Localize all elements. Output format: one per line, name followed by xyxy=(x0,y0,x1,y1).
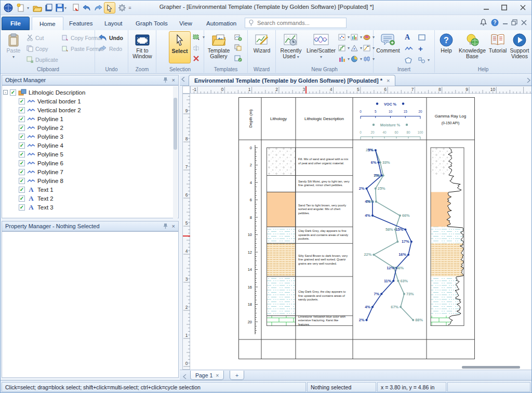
visibility-checkbox[interactable]: ✓ xyxy=(19,160,25,166)
well-log-graph[interactable]: 0246810121416182025%33%38%25%26%66%58%22… xyxy=(238,97,475,359)
document-tab[interactable]: Environmental Template (Template by Gold… xyxy=(189,75,395,86)
new-bar-graph-button[interactable]: ▾ xyxy=(351,32,362,42)
undo-button[interactable]: Undo xyxy=(98,33,123,43)
visibility-checkbox[interactable]: ✓ xyxy=(19,98,25,104)
line-scatter-button[interactable]: Line/Scatter▾ xyxy=(306,31,336,63)
insert-polyline-button[interactable] xyxy=(405,44,413,54)
insert-text-button[interactable]: A xyxy=(405,32,410,42)
block-select-button[interactable]: ▾ xyxy=(193,32,205,42)
duplicate-button[interactable]: Duplicate xyxy=(26,55,58,64)
new-ternary-graph-button[interactable]: ▾ xyxy=(351,43,362,53)
tree-item[interactable]: ✓AText 1 xyxy=(3,185,177,194)
tree-item-root[interactable]: -✓Lithologic Description xyxy=(3,88,177,97)
tree-item[interactable]: ✓AText 3 xyxy=(3,203,177,212)
horizontal-scrollbar-thumb[interactable] xyxy=(462,366,520,369)
doc-minimize-icon[interactable] xyxy=(500,18,510,27)
tree-item[interactable]: ✓Polyline 2 xyxy=(3,123,177,132)
help-button[interactable]: ? Help xyxy=(436,31,457,63)
tree-item[interactable]: ✓AText 2 xyxy=(3,194,177,203)
new-pie-chart-button[interactable]: ▾ xyxy=(351,54,362,64)
tab-automation[interactable]: Automation xyxy=(199,17,244,30)
property-manager-pin-icon[interactable] xyxy=(163,223,168,230)
select-button[interactable]: Select xyxy=(169,31,191,63)
tree-item[interactable]: ✓Polyline 8 xyxy=(3,176,177,185)
redo-button[interactable]: Redo xyxy=(98,44,122,54)
manage-templates-button[interactable] xyxy=(234,53,242,63)
select-fence-button[interactable] xyxy=(193,43,200,53)
document-tab-close-icon[interactable]: × xyxy=(387,77,390,84)
tab-view[interactable]: View xyxy=(172,17,200,30)
cut-button[interactable]: Cut xyxy=(26,33,44,43)
new-step-graph-button[interactable]: ▾ xyxy=(338,43,350,53)
insert-polygon-button[interactable] xyxy=(405,55,412,65)
visibility-checkbox[interactable]: ✓ xyxy=(19,107,25,113)
tab-file[interactable]: File xyxy=(2,17,30,30)
visibility-checkbox[interactable]: ✓ xyxy=(19,125,25,131)
tree-item[interactable]: ✓Polyline 1 xyxy=(3,114,177,123)
add-page-tab[interactable]: + xyxy=(230,371,244,380)
visibility-checkbox[interactable]: ✓ xyxy=(10,89,16,96)
visibility-checkbox[interactable]: ✓ xyxy=(19,195,25,202)
page-tab[interactable]: Page 1× xyxy=(190,371,224,380)
tree-item[interactable]: ✓Polyline 6 xyxy=(3,159,177,167)
tree-item[interactable]: ✓Polyline 3 xyxy=(3,132,177,141)
recently-used-button[interactable]: Recently Used ▾ xyxy=(277,31,305,63)
new-function-graph-button[interactable]: ▾ xyxy=(363,43,375,53)
maximize-button[interactable] xyxy=(495,1,513,14)
doc-tabs-scroll-left-icon[interactable] xyxy=(181,77,185,83)
tree-item[interactable]: ✓Vertical border 2 xyxy=(3,106,177,114)
insert-symbol-button[interactable]: ▾ xyxy=(418,55,430,65)
apply-template-button[interactable] xyxy=(234,43,242,53)
new-surface-graph-button[interactable]: ▾ xyxy=(363,32,375,42)
tab-home[interactable]: Home xyxy=(32,17,63,30)
support-videos-button[interactable]: Support Videos xyxy=(509,31,530,63)
tab-layout[interactable]: Layout xyxy=(97,17,130,30)
search-commands-input[interactable]: Search commands... xyxy=(245,18,347,28)
insert-rectangle-button[interactable] xyxy=(418,32,425,42)
notifications-bell-icon[interactable] xyxy=(478,18,488,27)
knowledge-base-button[interactable]: Knowledge Base xyxy=(458,31,487,63)
visibility-checkbox[interactable]: ✓ xyxy=(19,204,25,211)
horizontal-ruler[interactable]: -1012345678910 xyxy=(190,86,532,94)
visibility-checkbox[interactable]: ✓ xyxy=(19,134,25,140)
visibility-checkbox[interactable]: ✓ xyxy=(19,178,25,184)
visibility-checkbox[interactable]: ✓ xyxy=(19,142,25,149)
visibility-checkbox[interactable]: ✓ xyxy=(19,169,25,175)
doc-close-icon[interactable] xyxy=(519,18,528,27)
tutorial-button[interactable]: Tutorial xyxy=(487,31,509,63)
object-manager-scrollbar[interactable] xyxy=(173,86,178,218)
tab-graph-tools[interactable]: Graph Tools xyxy=(128,17,175,30)
fit-to-window-button[interactable]: Fit to Window xyxy=(130,31,155,63)
comment-button[interactable]: Comment xyxy=(376,31,401,63)
property-manager-close-icon[interactable]: × xyxy=(172,223,175,230)
vertical-ruler[interactable]: 9876543210 xyxy=(182,94,190,370)
new-3d-bar-graph-button[interactable]: ▾ xyxy=(338,54,350,64)
template-gallery-button[interactable]: Template Gallery xyxy=(205,31,232,63)
insert-math-text-button[interactable]: + xyxy=(418,44,423,54)
tree-item[interactable]: ✓Polyline 4 xyxy=(3,141,177,150)
visibility-checkbox[interactable]: ✓ xyxy=(19,151,25,158)
tab-features[interactable]: Features xyxy=(62,17,100,30)
object-manager-close-icon[interactable]: × xyxy=(172,77,175,84)
paste-button[interactable]: Paste▾ xyxy=(4,31,23,63)
tree-item[interactable]: ✓Polyline 7 xyxy=(3,167,177,176)
close-button[interactable] xyxy=(514,1,531,14)
tree-expand-icon[interactable]: - xyxy=(3,90,8,95)
drawing-canvas[interactable]: 0246810121416182025%33%38%25%26%66%58%22… xyxy=(190,94,532,370)
page-scroll-left-icon[interactable] xyxy=(183,373,187,381)
save-template-button[interactable] xyxy=(234,32,242,42)
tree-item[interactable]: ✓Polyline 5 xyxy=(3,150,177,159)
copy-button[interactable]: Copy xyxy=(26,44,48,54)
doc-restore-icon[interactable] xyxy=(510,18,519,27)
visibility-checkbox[interactable]: ✓ xyxy=(19,187,25,193)
deselect-button[interactable] xyxy=(193,54,200,63)
new-box-plot-button[interactable]: ▾ xyxy=(363,54,375,64)
page-tab-close-icon[interactable]: × xyxy=(216,372,219,378)
minimize-button[interactable] xyxy=(477,1,495,14)
doc-tabs-scroll-right-icon[interactable] xyxy=(527,77,530,84)
visibility-checkbox[interactable]: ✓ xyxy=(19,116,25,122)
wizard-button[interactable]: Wizard xyxy=(250,31,274,63)
object-manager-pin-icon[interactable] xyxy=(163,77,168,84)
new-scatter-graph-button[interactable]: ▾ xyxy=(338,32,350,42)
tree-item[interactable]: ✓Vertical border 1 xyxy=(3,97,177,106)
